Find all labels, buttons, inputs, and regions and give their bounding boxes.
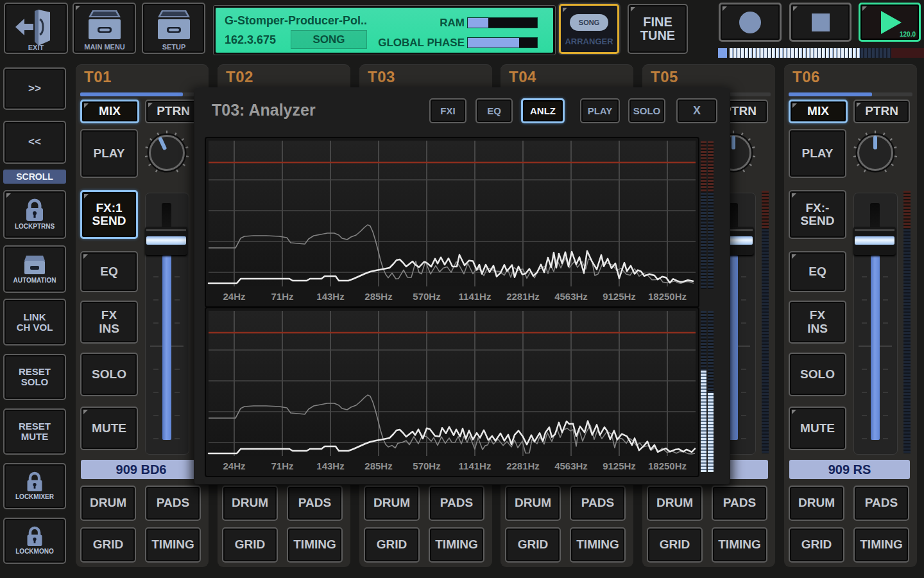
svg-text:285Hz: 285Hz	[364, 291, 392, 302]
svg-text:SETUP: SETUP	[162, 43, 186, 51]
svg-text:9125Hz: 9125Hz	[603, 291, 636, 302]
svg-text:24Hz: 24Hz	[223, 291, 245, 302]
svg-text:EXIT: EXIT	[28, 44, 44, 51]
svg-text:MAIN MENU: MAIN MENU	[84, 43, 125, 51]
svg-text:143Hz: 143Hz	[316, 460, 344, 471]
svg-text:18250Hz: 18250Hz	[648, 460, 687, 471]
svg-text:2281Hz: 2281Hz	[506, 291, 540, 302]
svg-text:570Hz: 570Hz	[413, 291, 440, 302]
svg-text:1141Hz: 1141Hz	[459, 291, 492, 302]
svg-text:4563Hz: 4563Hz	[554, 460, 588, 471]
svg-text:4563Hz: 4563Hz	[554, 291, 588, 302]
svg-text:143Hz: 143Hz	[316, 291, 344, 302]
svg-text:1141Hz: 1141Hz	[459, 460, 492, 471]
svg-text:71Hz: 71Hz	[271, 291, 293, 302]
svg-text:71Hz: 71Hz	[271, 460, 293, 471]
svg-text:570Hz: 570Hz	[413, 460, 440, 471]
svg-text:24Hz: 24Hz	[223, 460, 245, 471]
svg-text:2281Hz: 2281Hz	[506, 460, 540, 471]
svg-text:285Hz: 285Hz	[364, 460, 392, 471]
svg-text:9125Hz: 9125Hz	[603, 460, 636, 471]
svg-text:18250Hz: 18250Hz	[648, 291, 687, 302]
